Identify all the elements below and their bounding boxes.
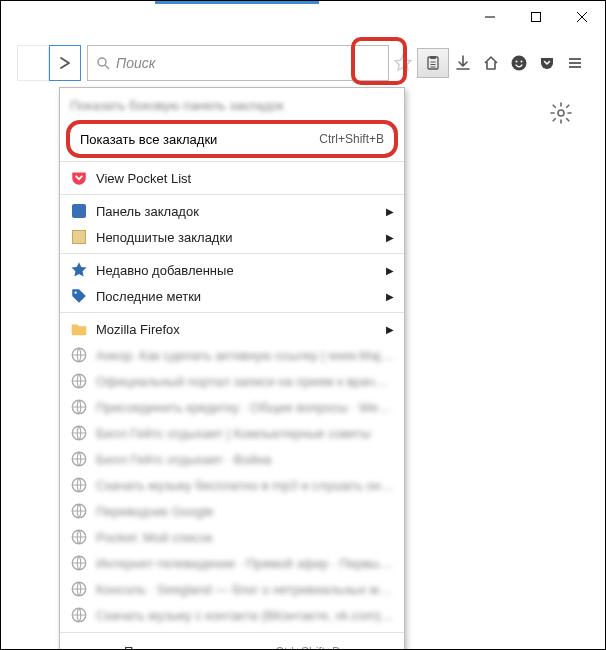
menu-item-bookmark[interactable]: Билл Гейтс отдыхает · Война: [60, 446, 404, 472]
globe-icon: [70, 424, 88, 442]
gear-icon: [549, 101, 573, 125]
menu-item-bookmark[interactable]: Pocket: Мой список: [60, 524, 404, 550]
active-tab-indicator: [155, 1, 319, 4]
maximize-button[interactable]: [513, 1, 559, 33]
menu-footer-shortcut: Ctrl+Shift+B: [275, 645, 340, 651]
menu-separator: [60, 253, 404, 254]
menu-item-label: View Pocket List: [96, 171, 394, 186]
menu-item-bookmarks-panel[interactable]: Панель закладок ▶: [60, 198, 404, 224]
menu-item-label: Неподшитые закладки: [96, 230, 380, 245]
menu-item-pocket[interactable]: View Pocket List: [60, 165, 404, 191]
menu-separator: [60, 194, 404, 195]
toolbar: Поиск: [17, 45, 589, 81]
globe-icon: [70, 398, 88, 416]
menu-separator: [60, 312, 404, 313]
menu-item-label: Скачать музыку бесплатно в mp3 и слушать…: [96, 478, 394, 493]
minimize-button[interactable]: [467, 1, 513, 33]
menu-item-label: Интернет-телевидение · Прямой эфир · Пер…: [96, 556, 394, 571]
menu-item-show-sidebar[interactable]: Показать боковую панель закладок: [60, 92, 404, 118]
menu-item-label: Билл Гейтс отдыхает · Война: [96, 452, 394, 467]
close-button[interactable]: [559, 1, 605, 33]
downloads-button[interactable]: [449, 49, 477, 77]
chevron-right-icon: ▶: [386, 206, 394, 217]
search-icon: [96, 56, 110, 70]
pocket-icon: [70, 169, 88, 187]
menu-item-label: Анкор. Как сделать активную ссылку | www…: [96, 348, 394, 363]
chevron-right-icon: ▶: [386, 291, 394, 302]
search-input[interactable]: Поиск: [87, 45, 389, 81]
globe-icon: [70, 476, 88, 494]
menu-item-label: Недавно добавленные: [96, 263, 380, 278]
menu-item-label: Скачать музыку с контакта (ВКонтакте, vk…: [96, 608, 394, 623]
menu-item-label: Переводчик Google: [96, 504, 394, 519]
svg-line-5: [105, 65, 109, 69]
clipboard-icon: [425, 55, 441, 71]
menu-item-bookmark[interactable]: Консоль · Seegland — блог о нетривиальны…: [60, 576, 404, 602]
bookmark-star-button[interactable]: [389, 49, 417, 77]
menu-item-label: Pocket: Мой список: [96, 530, 394, 545]
menu-separator: [60, 161, 404, 162]
menu-item-label: Билл Гейтс отдыхает | Компьютерные совет…: [96, 426, 394, 441]
menu-item-bookmark[interactable]: Официальный портал записи на прием к вра…: [60, 368, 404, 394]
menu-item-folder-firefox[interactable]: Mozilla Firefox ▶: [60, 316, 404, 342]
bookmarks-dropdown-menu: Показать боковую панель закладок Показат…: [59, 87, 405, 650]
nav-back-button[interactable]: [17, 45, 49, 81]
bookmarks-menu-button[interactable]: [417, 48, 449, 78]
globe-icon: [70, 528, 88, 546]
menu-item-bookmark[interactable]: Анкор. Как сделать активную ссылку | www…: [60, 342, 404, 368]
menu-item-bookmark[interactable]: Скачать музыку бесплатно в mp3 и слушать…: [60, 472, 404, 498]
folder-icon: [70, 320, 88, 338]
star-icon: [70, 261, 88, 279]
globe-icon: [70, 372, 88, 390]
unsorted-icon: [70, 228, 88, 246]
menu-item-label: Официальный портал записи на прием к вра…: [96, 374, 394, 389]
menu-item-show-all-bookmarks[interactable]: Показать все закладки Ctrl+Shift+B: [66, 120, 398, 158]
globe-icon: [70, 554, 88, 572]
home-button[interactable]: [477, 49, 505, 77]
settings-gear-button[interactable]: [549, 101, 573, 129]
tag-icon: [70, 287, 88, 305]
menu-item-label: Последние метки: [96, 289, 380, 304]
svg-point-11: [512, 56, 527, 71]
chevron-right-icon: ▶: [386, 324, 394, 335]
menu-item-recent-tags[interactable]: Последние метки ▶: [60, 283, 404, 309]
menu-item-bookmark[interactable]: Переводчик Google: [60, 498, 404, 524]
globe-icon: [70, 450, 88, 468]
svg-point-13: [521, 61, 523, 63]
svg-point-17: [558, 110, 564, 116]
nav-forward-button[interactable]: [49, 45, 81, 81]
menu-item-bookmark[interactable]: Скачать музыку с контакта (ВКонтакте, vk…: [60, 602, 404, 628]
pocket-button[interactable]: [533, 49, 561, 77]
svg-rect-7: [430, 56, 436, 59]
svg-point-4: [98, 58, 106, 66]
globe-icon: [70, 346, 88, 364]
menu-item-bookmark[interactable]: Билл Гейтс отдыхает | Компьютерные совет…: [60, 420, 404, 446]
menu-item-label: Присоединить кредитку · Общие вопросы · …: [96, 400, 394, 415]
globe-icon: [70, 502, 88, 520]
menu-item-label: Панель закладок: [96, 204, 380, 219]
menu-item-label: Консоль · Seegland — блог о нетривиальны…: [96, 582, 394, 597]
chevron-right-icon: ▶: [386, 265, 394, 276]
menu-footer-show-all[interactable]: Показать все закладки Ctrl+Shift+B: [60, 632, 404, 650]
menu-footer-label: Показать все закладки: [124, 644, 261, 650]
menu-item-label: Показать все закладки: [80, 132, 319, 147]
menu-item-bookmark[interactable]: Присоединить кредитку · Общие вопросы · …: [60, 394, 404, 420]
menu-item-shortcut: Ctrl+Shift+B: [319, 132, 384, 146]
bookmarks-panel-icon: [70, 202, 88, 220]
smiley-button[interactable]: [505, 49, 533, 77]
globe-icon: [70, 580, 88, 598]
menu-button[interactable]: [561, 49, 589, 77]
window-controls: [467, 1, 605, 33]
menu-item-bookmark[interactable]: Интернет-телевидение · Прямой эфир · Пер…: [60, 550, 404, 576]
menu-item-recently-added[interactable]: Недавно добавленные ▶: [60, 257, 404, 283]
svg-rect-1: [532, 13, 541, 22]
globe-icon: [70, 606, 88, 624]
svg-point-18: [75, 292, 77, 294]
menu-item-label: Mozilla Firefox: [96, 322, 380, 337]
chevron-right-icon: ▶: [386, 232, 394, 243]
svg-point-12: [516, 61, 518, 63]
search-placeholder: Поиск: [116, 55, 155, 71]
menu-item-unsorted-bookmarks[interactable]: Неподшитые закладки ▶: [60, 224, 404, 250]
